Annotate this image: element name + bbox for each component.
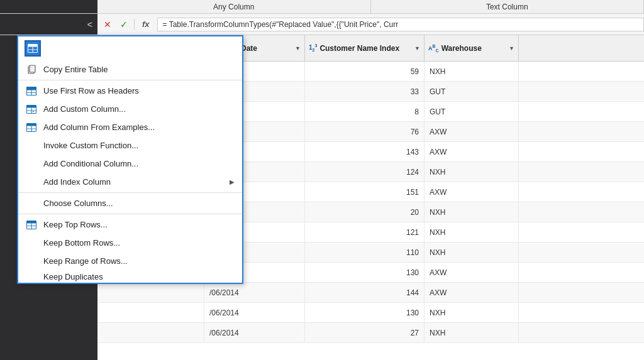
table-row: /06/201427NXH bbox=[97, 323, 644, 343]
table-row: /06/2014130NXH bbox=[97, 303, 644, 323]
customer-index-cell: 124 bbox=[305, 162, 425, 182]
svg-rect-21 bbox=[27, 221, 36, 223]
menu-table-icon bbox=[25, 40, 41, 57]
collapse-button[interactable]: < bbox=[87, 19, 92, 30]
context-menu: Copy Entire Table Use First Row as Heade… bbox=[17, 35, 243, 284]
menu-item-invoke-custom-function[interactable]: Invoke Custom Function... bbox=[18, 136, 242, 155]
custom-column-icon: + bbox=[25, 104, 38, 115]
keep-top-rows-label: Keep Top Rows... bbox=[43, 220, 108, 229]
svg-rect-11 bbox=[27, 105, 36, 107]
customer-index-type-icon: 123 bbox=[309, 43, 317, 52]
menu-item-copy-table[interactable]: Copy Entire Table bbox=[18, 60, 242, 79]
svg-rect-1 bbox=[28, 45, 38, 47]
submenu-arrow-icon: ▶ bbox=[230, 178, 235, 185]
warehouse-cell: GUT bbox=[425, 102, 519, 121]
table-row: /06/2014144AXW bbox=[97, 283, 644, 303]
first-row-icon bbox=[25, 85, 38, 97]
confirm-formula-button[interactable]: ✓ bbox=[118, 18, 130, 31]
warehouse-cell: GUT bbox=[425, 82, 519, 101]
custom-col-svg-icon: + bbox=[26, 105, 36, 114]
menu-item-choose-columns[interactable]: Choose Columns... bbox=[18, 194, 242, 212]
top-bar: Any Column Text Column bbox=[0, 0, 644, 14]
separator-2 bbox=[18, 192, 242, 193]
warehouse-cell: NXH bbox=[425, 303, 519, 322]
text-column-label: Text Column bbox=[371, 0, 645, 13]
left-sidebar: Copy Entire Table Use First Row as Heade… bbox=[0, 35, 97, 360]
cancel-formula-button[interactable]: ✕ bbox=[101, 18, 114, 31]
menu-item-keep-bottom-rows[interactable]: Keep Bottom Rows... bbox=[18, 234, 242, 252]
formula-content[interactable]: = Table.TransformColumnTypes(#"Replaced … bbox=[157, 18, 644, 31]
invoke-custom-function-label: Invoke Custom Function... bbox=[43, 141, 138, 150]
formula-bar-left: < bbox=[0, 14, 97, 35]
menu-item-add-index-column[interactable]: Add Index Column ▶ bbox=[18, 173, 242, 191]
keep-duplicates-label: Keep Duplicates bbox=[43, 272, 103, 281]
warehouse-cell: NXH bbox=[425, 162, 519, 182]
menu-item-keep-duplicates[interactable]: Keep Duplicates bbox=[18, 270, 242, 283]
copy-svg-icon bbox=[26, 65, 36, 75]
keep-rows-svg-icon bbox=[26, 221, 36, 229]
keep-rows-icon bbox=[25, 219, 38, 231]
formula-actions: ✕ ✓ fx bbox=[97, 14, 157, 35]
customer-index-cell: 27 bbox=[305, 323, 425, 342]
menu-item-add-column-examples[interactable]: ... Add Column From Examples... bbox=[18, 118, 242, 136]
customer-index-cell: 33 bbox=[305, 82, 425, 101]
top-bar-dark-area bbox=[0, 0, 97, 13]
order-date-dropdown-icon[interactable]: ▼ bbox=[295, 45, 301, 52]
customer-index-dropdown-icon[interactable]: ▼ bbox=[414, 45, 420, 52]
svg-rect-7 bbox=[27, 87, 36, 90]
customer-index-cell: 130 bbox=[305, 263, 425, 282]
warehouse-cell: AXW bbox=[425, 142, 519, 161]
svg-rect-16 bbox=[27, 123, 36, 126]
customer-index-cell: 20 bbox=[305, 202, 425, 222]
warehouse-cell: AXW bbox=[425, 263, 519, 282]
examples-column-icon: ... bbox=[25, 122, 38, 133]
col-header-warehouse[interactable]: ABC Warehouse ▼ bbox=[425, 35, 519, 61]
use-first-row-label: Use First Row as Headers bbox=[43, 86, 139, 95]
formula-bar: < ✕ ✓ fx = Table.TransformColumnTypes(#"… bbox=[0, 14, 644, 35]
order-number-cell bbox=[97, 303, 204, 322]
warehouse-dropdown-icon[interactable]: ▼ bbox=[509, 45, 514, 52]
separator-3 bbox=[18, 214, 242, 214]
menu-item-use-first-row[interactable]: Use First Row as Headers bbox=[18, 82, 242, 100]
warehouse-type-icon: ABC bbox=[428, 44, 439, 53]
customer-index-cell: 143 bbox=[305, 142, 425, 161]
keep-range-rows-label: Keep Range of Rows... bbox=[43, 256, 128, 266]
customer-index-cell: 151 bbox=[305, 182, 425, 202]
add-column-examples-label: Add Column From Examples... bbox=[43, 123, 155, 132]
warehouse-cell: AXW bbox=[425, 283, 519, 302]
menu-item-keep-range-rows[interactable]: Keep Range of Rows... bbox=[18, 252, 242, 270]
customer-index-cell: 76 bbox=[305, 122, 425, 141]
fx-label: fx bbox=[138, 19, 153, 29]
first-row-svg-icon bbox=[26, 87, 36, 95]
any-column-label: Any Column bbox=[97, 0, 371, 13]
customer-index-cell: 121 bbox=[305, 222, 425, 242]
order-date-cell: /06/2014 bbox=[204, 323, 305, 342]
warehouse-cell: NXH bbox=[425, 222, 519, 242]
warehouse-cell: NXH bbox=[425, 323, 519, 342]
choose-columns-label: Choose Columns... bbox=[43, 199, 113, 208]
col-header-customer-name-index[interactable]: 123 Customer Name Index ▼ bbox=[305, 35, 425, 61]
add-conditional-column-label: Add Conditional Column... bbox=[43, 159, 138, 168]
customer-index-cell: 110 bbox=[305, 243, 425, 262]
customer-index-cell: 130 bbox=[305, 303, 425, 322]
customer-index-cell: 8 bbox=[305, 102, 425, 121]
customer-name-index-label: Customer Name Index bbox=[319, 44, 399, 53]
formula-divider bbox=[134, 19, 135, 30]
menu-header bbox=[18, 36, 242, 60]
copy-icon bbox=[25, 64, 38, 75]
keep-bottom-rows-label: Keep Bottom Rows... bbox=[43, 238, 120, 248]
warehouse-label: Warehouse bbox=[441, 44, 482, 53]
table-icon bbox=[28, 43, 38, 53]
order-date-cell: /06/2014 bbox=[204, 303, 305, 322]
examples-col-svg-icon: ... bbox=[26, 123, 36, 132]
warehouse-cell: NXH bbox=[425, 243, 519, 262]
menu-item-add-conditional-column[interactable]: Add Conditional Column... bbox=[18, 155, 242, 173]
order-number-cell bbox=[97, 323, 204, 342]
warehouse-cell: AXW bbox=[425, 122, 519, 141]
menu-item-keep-top-rows[interactable]: Keep Top Rows... bbox=[18, 215, 242, 234]
svg-text:+: + bbox=[33, 109, 35, 113]
menu-item-add-custom-column[interactable]: + Add Custom Column... bbox=[18, 100, 242, 118]
add-index-column-label: Add Index Column bbox=[43, 177, 111, 187]
warehouse-cell: AXW bbox=[425, 182, 519, 202]
separator-1 bbox=[18, 80, 242, 80]
